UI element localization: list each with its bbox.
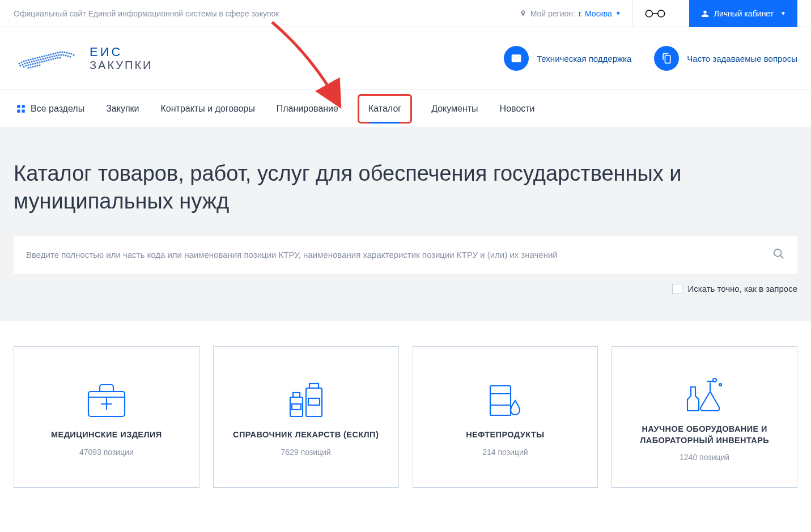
svg-point-26 [73,54,74,56]
search-input[interactable] [26,250,772,259]
svg-point-61 [48,59,49,61]
svg-point-33 [33,60,35,62]
svg-rect-81 [308,398,320,405]
svg-point-40 [49,56,50,58]
card-medical[interactable]: МЕДИЦИНСКИЕ ИЗДЕЛИЯ 47093 позиции [14,346,199,488]
svg-point-21 [61,51,63,53]
tech-support-link[interactable]: Техническая поддержка [504,46,631,71]
account-button[interactable]: Личный кабинет ▼ [689,0,797,27]
svg-point-12 [41,56,43,57]
svg-point-39 [46,57,48,58]
card-oil[interactable]: НЕФТЕПРОДУКТЫ 214 позиций [413,346,598,488]
svg-point-50 [23,66,24,67]
card-title: СПРАВОЧНИК ЛЕКАРСТВ (ЕСКЛП) [233,429,379,441]
nav-item-planning[interactable]: Планирование [274,92,341,125]
card-drugs[interactable]: СПРАВОЧНИК ЛЕКАРСТВ (ЕСКЛП) 7629 позиций [213,346,399,488]
svg-point-19 [57,52,58,53]
svg-point-3 [20,61,22,63]
svg-point-17 [52,53,54,54]
svg-point-24 [68,52,70,54]
svg-rect-84 [292,404,301,410]
svg-point-56 [36,62,38,63]
svg-rect-74 [22,105,25,108]
svg-point-62 [50,58,52,60]
svg-point-13 [43,55,45,57]
catalog-cards: МЕДИЦИНСКИЕ ИЗДЕЛИЯ 47093 позиции СПРАВО… [0,321,811,513]
svg-point-20 [59,51,61,53]
svg-point-66 [59,57,61,58]
page-title: Каталог товаров, работ, услуг для обеспе… [14,160,797,216]
svg-rect-73 [17,105,20,108]
svg-point-87 [719,384,721,386]
card-count: 7629 позиций [281,448,331,457]
svg-point-77 [774,249,782,257]
svg-point-1 [658,10,665,17]
svg-point-22 [63,51,65,53]
search-icon[interactable] [772,248,785,262]
nav-item-zakupki[interactable]: Закупки [104,92,141,125]
lab-flask-icon [682,372,727,417]
nav-item-catalog[interactable]: Каталог [358,94,412,124]
glasses-icon [644,8,666,19]
svg-point-36 [40,58,41,60]
logo-line2: ЗАКУПКИ [90,59,152,71]
faq-link[interactable]: Часто задаваемые вопросы [654,46,797,71]
svg-point-44 [58,54,60,56]
nav-item-documents[interactable]: Документы [429,92,480,125]
nav-item-news[interactable]: Новости [498,92,537,125]
svg-point-55 [34,62,36,64]
svg-point-69 [32,66,33,67]
svg-point-63 [52,58,54,59]
svg-point-28 [22,63,23,65]
logo-map-icon [14,41,82,76]
svg-point-42 [53,55,55,57]
faq-label: Часто задаваемые вопросы [687,54,797,63]
svg-point-68 [29,66,31,68]
medicine-bottles-icon [283,377,329,423]
hero-section: Каталог товаров, работ, услуг для обеспе… [0,128,811,321]
svg-point-47 [65,54,66,56]
svg-point-6 [27,59,29,61]
card-lab[interactable]: НАУЧНОЕ ОБОРУДОВАНИЕ И ЛАБОРАТОРНЫЙ ИНВЕ… [612,346,797,488]
svg-point-14 [45,54,47,56]
svg-point-46 [62,54,64,56]
card-count: 47093 позиции [79,448,134,457]
svg-point-15 [48,54,49,56]
pin-icon [519,10,527,18]
logo[interactable]: ЕИС ЗАКУПКИ [14,41,152,76]
exact-checkbox[interactable] [672,284,682,294]
nav-all-sections[interactable]: Все разделы [14,92,87,125]
svg-point-45 [60,54,62,56]
svg-point-59 [43,60,45,62]
svg-point-5 [25,59,27,61]
svg-point-27 [19,65,21,66]
svg-point-32 [31,61,32,62]
mail-icon [504,46,529,71]
svg-point-51 [25,65,27,66]
svg-point-30 [26,62,28,63]
svg-point-34 [35,59,37,61]
accessibility-button[interactable] [632,0,678,27]
oil-barrel-icon [482,377,528,423]
svg-point-8 [32,58,33,59]
region-selector[interactable]: Мой регион: г. Москва ▼ [519,9,621,18]
logo-text: ЕИС ЗАКУПКИ [90,45,152,71]
svg-point-2 [18,62,20,64]
svg-point-64 [54,57,56,59]
exact-label: Искать точно, как в запросе [688,284,798,293]
svg-point-53 [29,63,31,65]
svg-point-58 [41,61,43,62]
nav-all-label: Все разделы [31,104,84,114]
card-title: МЕДИЦИНСКИЕ ИЗДЕЛИЯ [51,429,162,441]
chevron-down-icon: ▼ [780,10,786,16]
header: ЕИС ЗАКУПКИ Техническая поддержка Часто … [0,27,811,90]
search-box [14,236,797,274]
svg-point-86 [713,378,716,382]
svg-point-71 [36,65,38,66]
svg-point-7 [29,58,31,60]
svg-point-67 [27,67,29,69]
svg-point-65 [57,57,58,58]
nav-item-contracts[interactable]: Контракты и договоры [159,92,257,125]
svg-point-25 [70,53,72,54]
svg-point-16 [50,53,52,55]
